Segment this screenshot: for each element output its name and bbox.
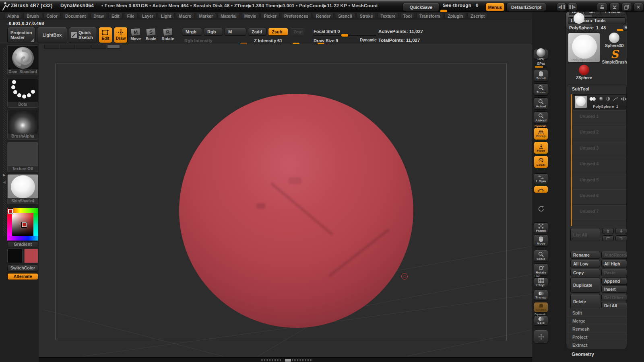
rotate-button[interactable]: R Rotate (160, 28, 175, 41)
menu-item-transform[interactable]: Transform (416, 13, 443, 19)
document-canvas[interactable] (39, 44, 532, 357)
shelf-btn-ghost[interactable]: Ghost (534, 302, 548, 313)
menu-item-picker[interactable]: Picker (260, 13, 280, 19)
restore-button[interactable] (621, 3, 632, 11)
shelf-btn-lsym[interactable]: L.Sym (534, 173, 548, 184)
goz-visible-button[interactable]: ▼Visible (601, 11, 625, 15)
polypaint-circles-icon[interactable] (589, 97, 597, 101)
menu-item-tool[interactable]: Tool (400, 13, 415, 19)
section-extract[interactable]: Extract (568, 341, 627, 349)
shelf-btn-actual[interactable]: Actual (534, 97, 548, 110)
quicksave-button[interactable]: QuickSave (402, 3, 440, 11)
lock-button[interactable] (597, 3, 607, 11)
menu-item-light[interactable]: Light (158, 13, 175, 19)
focal-shift-knob[interactable] (341, 34, 348, 37)
shelf-btn-persp[interactable]: DynamicPersp (534, 128, 548, 140)
draw-button[interactable]: Draw (114, 27, 128, 43)
current-brush-thumbnail[interactable]: Dam_Standard (7, 45, 38, 75)
subtool-move-down-button[interactable] (615, 235, 627, 241)
saturation-marker[interactable] (22, 222, 27, 227)
menu-item-texture[interactable]: Texture (377, 13, 398, 19)
divider-right-button[interactable]: ▶ (568, 3, 577, 11)
shelf-btn-move-arrows[interactable] (534, 330, 548, 343)
paste-button[interactable]: Paste (601, 269, 627, 276)
geometry-section-label[interactable]: Geometry (572, 352, 594, 357)
menu-item-edit[interactable]: Edit (108, 13, 123, 19)
bottom-tray-bar[interactable] (39, 357, 566, 362)
main-color-swatch[interactable] (7, 249, 23, 263)
shelf-btn-transp[interactable]: Transp (534, 290, 548, 300)
shelf-btn-spin-arrow[interactable] (534, 202, 548, 214)
r-button[interactable]: R (623, 24, 627, 31)
goz-all-button[interactable]: All (584, 11, 599, 15)
shelf-btn-bpr[interactable]: BPR (534, 49, 548, 60)
subtool-row-unused-1[interactable]: Unused 1 (573, 110, 626, 125)
menu-item-zplugin[interactable]: Zplugin (444, 13, 466, 19)
subtool-move-up-button[interactable] (602, 235, 614, 241)
shelf-btn-floor[interactable]: Floor (534, 142, 548, 154)
copy-button[interactable]: Copy (570, 269, 600, 276)
quick-sketch-button[interactable]: Quick Sketch (69, 27, 97, 43)
all-high-button[interactable]: All High (601, 260, 627, 267)
menu-item-render[interactable]: Render (313, 13, 334, 19)
shelf-btn-spix[interactable]: SPix (534, 62, 548, 68)
hue-ring-bottom[interactable] (7, 236, 38, 241)
menu-item-preferences[interactable]: Preferences (281, 13, 312, 19)
tray-close-arrow-icon[interactable]: ◀ (3, 180, 6, 184)
zsub-button[interactable]: Zsub (268, 28, 288, 36)
menu-item-draw[interactable]: Draw (90, 13, 107, 19)
list-all-button[interactable]: List All (570, 228, 600, 241)
tool-item-zsphere[interactable]: ZSphere (568, 64, 600, 80)
tool-item-simplebrush[interactable]: S SimpleBrush (601, 49, 627, 64)
shelf-btn-rotate[interactable]: Rotate (534, 263, 548, 276)
lightbox-button[interactable]: LightBox (37, 27, 67, 43)
subtool-down-button[interactable] (615, 228, 627, 234)
current-tool-thumbnail[interactable]: PolySphere_1 (568, 33, 600, 63)
menu-item-movie[interactable]: Movie (241, 13, 260, 19)
zcut-button[interactable]: Zcut (290, 28, 305, 36)
tray-open-arrow-icon[interactable]: ▶ (3, 173, 6, 177)
menus-button[interactable]: Menus (485, 3, 505, 11)
menu-item-stroke[interactable]: Stroke (357, 13, 376, 19)
hue-marker[interactable] (8, 209, 13, 214)
subtool-row-unused-4[interactable]: Unused 4 (573, 158, 626, 173)
menu-item-document[interactable]: Document (62, 13, 89, 19)
insert-button[interactable]: Insert (601, 286, 627, 293)
shelf-btn-local[interactable]: Local (534, 156, 548, 168)
shelf-btn-scale[interactable]: Scale (534, 250, 548, 262)
shelf-btn-move[interactable]: Move (534, 234, 548, 247)
subtool-row-unused-3[interactable]: Unused 3 (573, 142, 626, 157)
color-picker[interactable] (7, 208, 38, 241)
projection-master-button[interactable]: Projection Master (7, 27, 35, 43)
delete-button[interactable]: Delete (570, 294, 600, 309)
half-circle-icon[interactable] (606, 97, 610, 101)
menu-item-zscript[interactable]: Zscript (467, 13, 488, 19)
menu-item-layer[interactable]: Layer (139, 13, 157, 19)
section-remesh[interactable]: Remesh (568, 325, 627, 333)
shelf-btn-frame[interactable]: Frame (534, 222, 548, 233)
hue-ring-left[interactable] (7, 213, 12, 236)
subtool-row-unused-7[interactable]: Unused 7 (573, 205, 626, 220)
hue-ring-right[interactable] (33, 213, 38, 236)
shelf-btn-polyf[interactable]: LinePolyF (534, 278, 548, 287)
subtool-up-button[interactable] (602, 228, 614, 234)
default-zscript-button[interactable]: DefaultZScript (506, 3, 546, 11)
zadd-button[interactable]: Zadd (248, 28, 266, 36)
menu-item-stencil[interactable]: Stencil (335, 13, 355, 19)
bottom-divider-handle[interactable] (285, 359, 291, 362)
menu-item-color[interactable]: Color (43, 13, 61, 19)
secondary-color-swatch[interactable] (24, 249, 38, 263)
shelf-btn-zoom[interactable]: Zoom (534, 83, 548, 96)
del-other-button[interactable]: Del Other (601, 294, 627, 301)
menu-item-macro[interactable]: Macro (176, 13, 195, 19)
sculpt-sphere-model[interactable] (179, 94, 413, 328)
subtool-row-selected[interactable]: PolySphere_1 (573, 94, 626, 109)
tool-item-sphere3d[interactable]: Sphere3D (601, 33, 627, 49)
all-low-button[interactable]: All Low (570, 260, 600, 267)
section-project[interactable]: Project (568, 333, 627, 341)
autoreorder-button[interactable]: AutoReorder (601, 251, 627, 259)
eye-icon[interactable] (621, 97, 627, 101)
section-merge[interactable]: Merge (568, 317, 627, 325)
divider-left-button[interactable]: ◀ (557, 3, 566, 11)
duplicate-button[interactable]: Duplicate (570, 278, 600, 293)
